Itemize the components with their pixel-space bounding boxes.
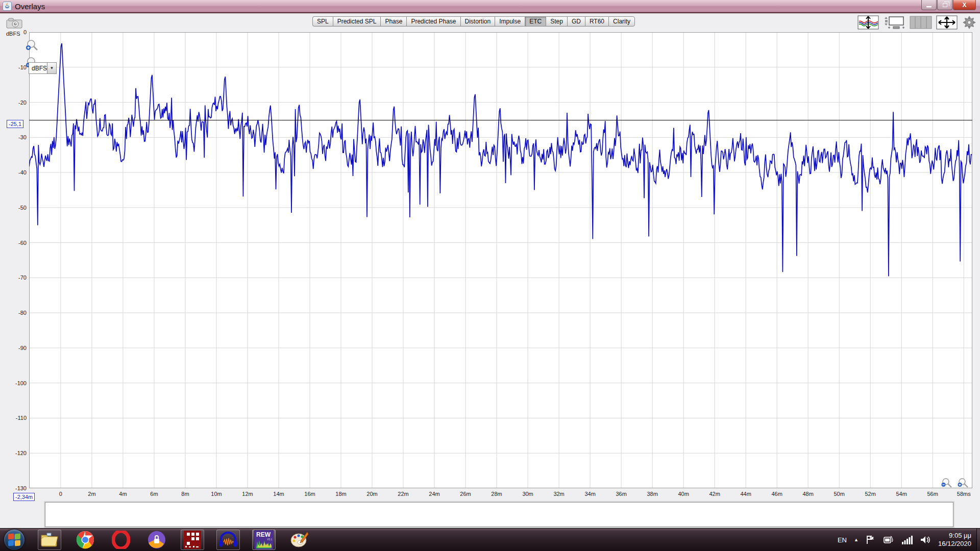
volume-icon[interactable] (920, 535, 931, 544)
x-tick-label: 44m (733, 491, 758, 497)
tab-step[interactable]: Step (546, 16, 567, 27)
y-tick-label: -10 (4, 64, 27, 70)
taskbar-icon-opera[interactable] (109, 530, 133, 550)
y-unit-selector-value: dBFS (29, 63, 47, 73)
y-tick-label: -100 (4, 380, 27, 386)
power-plug-icon[interactable] (883, 535, 894, 544)
graph-tabbar: SPLPredicted SPLPhasePredicted PhaseDist… (312, 15, 635, 27)
x-tick-label: 38m (640, 491, 665, 497)
x-tick-label: 22m (390, 491, 416, 497)
etc-plot-area[interactable] (29, 32, 972, 488)
restore-button[interactable] (937, 0, 952, 10)
taskbar-icon-red-grid-app[interactable] (181, 530, 204, 550)
clock-time: 9:05 μμ (938, 532, 971, 540)
language-indicator[interactable]: EN (838, 536, 847, 544)
bands-icon[interactable] (910, 15, 932, 30)
x-tick-label: 16m (297, 491, 323, 497)
action-center-flag-icon[interactable] (866, 535, 876, 544)
x-tick-label: 34m (577, 491, 603, 497)
y-tick-label: -110 (4, 415, 27, 421)
y-tick-label: -120 (4, 450, 27, 456)
x-tick-label: 32m (546, 491, 572, 497)
overlays-window-body: SPLPredicted SPLPhasePredicted PhaseDist… (0, 14, 980, 528)
java-app-icon (3, 2, 12, 11)
chevron-down-icon[interactable]: ▼ (47, 63, 56, 73)
titlebar: Overlays X (0, 0, 980, 13)
cursor-level-readout: -25,1 (7, 120, 23, 128)
taskbar-icon-chrome[interactable] (74, 530, 97, 550)
svg-text:V5.1: V5.1 (267, 538, 273, 541)
y-tick-label: -40 (4, 169, 27, 176)
x-tick-label: 4m (110, 491, 136, 497)
x-tick-label: 56m (920, 491, 945, 497)
x-tick-label: 8m (173, 491, 198, 497)
taskbar-icon-secure-browser[interactable] (145, 530, 168, 550)
show-desktop-button[interactable] (976, 529, 980, 551)
x-zoom-out-button[interactable] (940, 478, 953, 489)
x-tick-label: 30m (515, 491, 541, 497)
window-title: Overlays (15, 2, 45, 11)
tray-expand-icon[interactable]: ▲ (854, 537, 859, 542)
x-tick-label: 0 (48, 491, 74, 497)
x-tick-label: 42m (702, 491, 727, 497)
tab-etc[interactable]: ETC (525, 16, 546, 27)
y-tick-label: -20 (4, 99, 27, 106)
system-tray: EN ▲ 9:05 μμ 16/12/2020 (838, 532, 976, 548)
x-tick-label: 50m (826, 491, 852, 497)
taskbar-icon-audacity[interactable] (216, 530, 240, 550)
x-tick-label: 10m (204, 491, 229, 497)
x-tick-label: 54m (889, 491, 914, 497)
restore-icon (943, 3, 947, 7)
x-tick-label: 2m (79, 491, 105, 497)
align-curves-icon[interactable] (857, 15, 879, 30)
y-tick-label: -50 (4, 205, 27, 211)
close-button[interactable]: X (953, 0, 976, 10)
y-tick-label: -70 (4, 274, 27, 281)
start-button[interactable] (4, 530, 24, 550)
clock-date: 16/12/2020 (938, 540, 971, 548)
tab-impulse[interactable]: Impulse (495, 16, 525, 27)
taskbar: REWV5.1 EN ▲ 9:05 μμ 16/12/2020 (0, 528, 980, 551)
cursor-time-readout: -2,34m (13, 493, 35, 501)
x-tick-label: 24m (422, 491, 447, 497)
taskbar-icon-paint[interactable] (288, 530, 311, 550)
x-tick-label: 58ms (951, 491, 976, 497)
graph-toolbar (857, 15, 977, 30)
y-tick-label: -60 (4, 240, 27, 246)
y-zoom-in-button[interactable] (24, 39, 39, 53)
x-zoom-in-button[interactable] (957, 478, 970, 489)
taskbar-icon-rew[interactable]: REWV5.1 (252, 530, 276, 550)
navigator-icon[interactable] (883, 15, 905, 30)
y-tick-label: 0 (4, 29, 27, 35)
tab-rt60[interactable]: RT60 (585, 16, 608, 27)
tab-predicted-phase[interactable]: Predicted Phase (406, 16, 460, 27)
x-tick-label: 36m (608, 491, 634, 497)
etc-trace (29, 43, 972, 277)
taskbar-icon-explorer[interactable] (38, 530, 61, 550)
tab-spl[interactable]: SPL (312, 16, 333, 27)
tab-predicted-spl[interactable]: Predicted SPL (333, 16, 381, 27)
y-tick-label: -80 (4, 310, 27, 316)
x-tick-label: 28m (484, 491, 509, 497)
taskbar-clock[interactable]: 9:05 μμ 16/12/2020 (938, 532, 971, 548)
pan-icon[interactable] (936, 15, 958, 30)
tab-clarity[interactable]: Clarity (608, 16, 635, 27)
y-tick-label: -30 (4, 134, 27, 140)
capture-graph-button[interactable] (5, 16, 23, 30)
x-tick-label: 40m (671, 491, 696, 497)
network-signal-icon[interactable] (901, 536, 913, 544)
y-tick-label: -90 (4, 345, 27, 351)
x-tick-label: 14m (266, 491, 291, 497)
x-tick-label: 46m (764, 491, 790, 497)
tab-distortion[interactable]: Distortion (460, 16, 495, 27)
y-unit-selector[interactable]: dBFS ▼ (29, 62, 57, 74)
x-tick-label: 26m (453, 491, 478, 497)
tab-gd[interactable]: GD (567, 16, 585, 27)
x-tick-label: 6m (141, 491, 167, 497)
minimize-button[interactable] (921, 0, 937, 10)
gear-icon[interactable] (962, 15, 977, 30)
tab-phase[interactable]: Phase (380, 16, 406, 27)
svg-text:REW: REW (256, 531, 271, 538)
x-tick-label: 12m (235, 491, 260, 497)
y-tick-label: -130 (4, 485, 27, 491)
